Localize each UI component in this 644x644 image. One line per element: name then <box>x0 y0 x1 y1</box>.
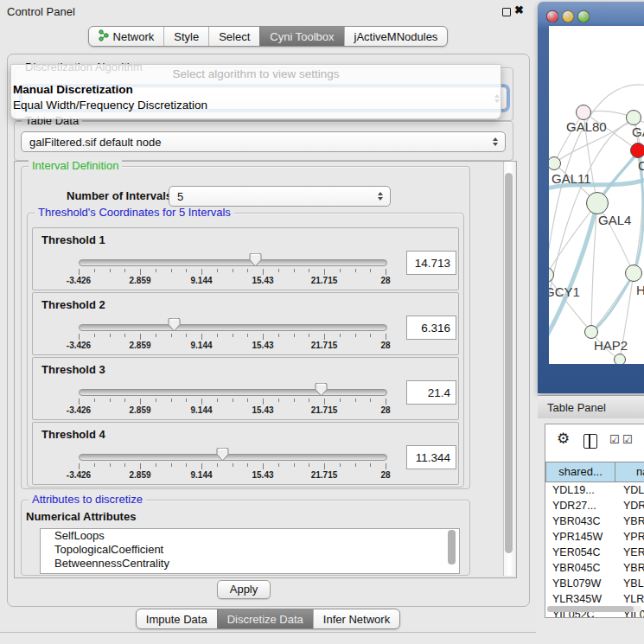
zoom-traffic-light[interactable] <box>577 10 590 22</box>
horizontal-scrollbar-thumb[interactable] <box>547 606 634 612</box>
table-row[interactable]: YBR045CYBR0 <box>545 560 644 576</box>
tab-network[interactable]: Network <box>89 27 164 46</box>
tab-jactivemnodules[interactable]: jActiveMNodules <box>344 27 448 46</box>
table-row[interactable]: YER054CYER0 <box>545 545 644 560</box>
tick-mark <box>156 399 156 402</box>
network-node[interactable] <box>625 265 642 282</box>
tick-mark <box>186 334 187 337</box>
tick-mark <box>233 334 233 337</box>
tab-style[interactable]: Style <box>163 27 208 46</box>
close-traffic-light[interactable] <box>546 10 558 22</box>
tab-label: Infer Network <box>323 613 390 626</box>
float-window-icon[interactable] <box>502 8 511 16</box>
tick-label: 15.43 <box>252 341 273 350</box>
slider-track[interactable] <box>79 389 387 396</box>
tick-mark <box>263 463 264 469</box>
tab-discretize-data[interactable]: Discretize Data <box>217 609 313 628</box>
screen: Control Panel ✖ NetworkStyleSelectCyni T… <box>0 0 644 644</box>
algorithm-option-equal-width-frequency-discretization[interactable]: Equal Width/Frequency Discretization <box>13 98 493 112</box>
cell-name: YBR0 <box>615 560 644 576</box>
tick-mark <box>309 463 309 467</box>
slider-track[interactable] <box>79 454 387 461</box>
tick-mark <box>340 269 341 272</box>
tick-mark <box>340 334 341 337</box>
tick-mark <box>201 463 202 469</box>
attributes-scrollbar-thumb[interactable] <box>448 530 456 564</box>
threshold-value-field[interactable]: 21.4 <box>406 380 456 405</box>
tick-mark <box>217 334 218 337</box>
top-tab-bar: NetworkStyleSelectCyni ToolboxjActiveMNo… <box>0 26 536 47</box>
algorithm-option-manual-discretization[interactable]: Manual Discretization <box>13 82 493 97</box>
network-node[interactable] <box>626 110 641 125</box>
checkbox-icon[interactable]: ☑ <box>622 433 633 446</box>
threshold-value-field[interactable]: 6.316 <box>406 316 456 340</box>
table-row[interactable]: YPR145WYPR1 <box>545 529 644 545</box>
tab-impute-data[interactable]: Impute Data <box>137 609 217 628</box>
network-node[interactable] <box>576 105 591 120</box>
network-view-canvas[interactable]: GAL80GACGAL11GAL4GCY1HHAP2 <box>549 26 644 364</box>
table-row[interactable]: YBR043CYBR0 <box>545 513 644 529</box>
slider-thumb[interactable] <box>168 317 181 332</box>
cell-name: YER0 <box>615 545 644 560</box>
tick-mark <box>324 463 325 469</box>
table-data-combobox[interactable]: galFiltered.sif default node <box>21 131 506 152</box>
minimize-traffic-light[interactable] <box>562 10 574 22</box>
threshold-sliders: Threshold 1-3.4262.8599.14415.4321.71528… <box>32 227 457 484</box>
slider-thumb[interactable] <box>216 447 229 462</box>
slider-track[interactable] <box>79 324 387 331</box>
network-node[interactable] <box>586 192 609 214</box>
tab-cyni-toolbox[interactable]: Cyni Toolbox <box>259 27 343 46</box>
numerical-attributes-list[interactable]: SelfLoopsTopologicalCoefficientBetweenne… <box>40 528 460 574</box>
checkbox-icon[interactable]: ☑ <box>609 433 620 446</box>
gear-icon[interactable]: ⚙ <box>557 430 570 448</box>
split-view-icon[interactable] <box>583 434 597 449</box>
tick-label: 2.859 <box>129 276 150 285</box>
tick-mark <box>171 463 172 467</box>
number-of-intervals-combobox[interactable]: 5 <box>169 186 391 207</box>
threshold-value-field[interactable]: 11.344 <box>406 445 456 469</box>
slider-ticks <box>79 463 386 470</box>
cell-shared-name: YDR27... <box>545 498 615 513</box>
cell-shared-name: YBR043C <box>545 513 615 529</box>
attribute-item-betweennesscentrality[interactable]: BetweennessCentrality <box>41 557 459 571</box>
network-node[interactable] <box>614 354 626 364</box>
attribute-item-topologicalcoefficient[interactable]: TopologicalCoefficient <box>41 543 459 557</box>
slider-thumb[interactable] <box>249 252 262 267</box>
tick-mark <box>263 269 264 275</box>
tick-label: 9.144 <box>190 405 212 415</box>
tick-mark <box>278 269 279 272</box>
apply-button[interactable]: Apply <box>217 580 271 599</box>
threshold-value-field[interactable]: 14.713 <box>406 251 456 275</box>
tab-label: Cyni Toolbox <box>270 30 334 43</box>
attributes-group-title: Attributes to discretize <box>29 494 146 506</box>
tab-infer-network[interactable]: Infer Network <box>313 609 399 628</box>
table-row[interactable]: YDR27...YDR2 <box>545 498 644 513</box>
tick-mark <box>140 463 141 469</box>
tick-mark <box>386 463 386 469</box>
tick-label: -3.426 <box>67 341 91 350</box>
threshold-label: Threshold 2 <box>41 298 105 311</box>
table-row[interactable]: YLR345WYLR3 <box>545 591 644 607</box>
tick-mark <box>79 463 80 469</box>
table-row[interactable]: YDL19...YDL1 <box>545 482 644 498</box>
tick-mark <box>171 269 172 272</box>
tick-mark <box>124 334 125 337</box>
network-node[interactable] <box>630 143 644 158</box>
column-header-name[interactable]: na <box>615 462 644 482</box>
node-label-gal11: GAL11 <box>552 171 591 186</box>
network-node[interactable] <box>584 325 598 339</box>
vertical-scrollbar-thumb[interactable] <box>505 173 513 553</box>
tab-select[interactable]: Select <box>208 27 259 46</box>
attribute-item-selfloops[interactable]: SelfLoops <box>41 529 459 543</box>
tick-mark <box>294 334 295 337</box>
column-header-shared-name[interactable]: shared... <box>545 462 615 482</box>
tick-mark <box>294 399 295 402</box>
close-icon[interactable]: ✖ <box>514 3 524 16</box>
slider-track[interactable] <box>79 259 387 266</box>
table-row[interactable]: YBL079WYBL0 <box>545 576 644 591</box>
tick-mark <box>370 269 371 272</box>
slider-ticks <box>79 334 386 341</box>
tick-mark <box>355 399 356 402</box>
tick-mark <box>94 334 95 337</box>
slider-thumb[interactable] <box>315 382 328 397</box>
